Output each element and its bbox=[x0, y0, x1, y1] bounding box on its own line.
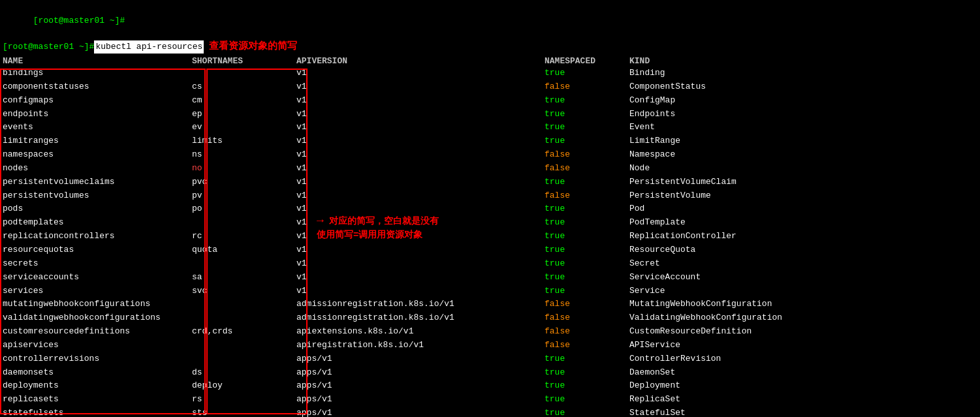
cell-short: ev bbox=[192, 121, 296, 134]
cell-ns: true bbox=[545, 353, 629, 365]
table-row: replicationcontrollers rc v1 true Replic… bbox=[3, 230, 977, 243]
cell-ns: true bbox=[545, 271, 629, 284]
cell-api: admissionregistration.k8s.io/v1 bbox=[296, 312, 545, 324]
arrow-text: 对应的简写，空白就是没有使用简写=调用用资源对象 bbox=[317, 216, 439, 240]
cell-kind: Namespace bbox=[629, 149, 977, 161]
table-row: resourcequotas quota v1 true ResourceQuo… bbox=[3, 243, 977, 257]
cell-name: customresourcedefinitions bbox=[3, 326, 192, 338]
cell-ns: true bbox=[545, 380, 629, 392]
table-row: limitranges limits v1 true LimitRange bbox=[3, 134, 977, 148]
table-row: daemonsets ds apps/v1 true DaemonSet bbox=[3, 366, 977, 380]
table-row: podtemplates v1 true PodTemplate bbox=[3, 216, 977, 230]
cell-kind: ControllerRevision bbox=[629, 353, 977, 365]
cell-api: v1 bbox=[296, 190, 545, 202]
cell-kind: PodTemplate bbox=[629, 217, 977, 229]
table-row: configmaps cm v1 true ConfigMap bbox=[3, 94, 977, 108]
cell-kind: ServiceAccount bbox=[629, 271, 977, 284]
cell-api: v1 bbox=[296, 121, 545, 134]
cell-api: v1 bbox=[296, 81, 545, 93]
cell-api: apps/v1 bbox=[296, 367, 545, 379]
cell-ns: false bbox=[545, 162, 629, 175]
table-row: persistentvolumes pv v1 false Persistent… bbox=[3, 189, 977, 203]
cell-api: v1 bbox=[296, 135, 545, 147]
cell-kind: Deployment bbox=[629, 380, 977, 392]
cell-name: nodes bbox=[3, 162, 192, 175]
shortnames-annotation: → 对应的简写，空白就是没有使用简写=调用用资源对象 bbox=[313, 211, 464, 244]
table-row: events ev v1 true Event bbox=[3, 121, 977, 134]
table-row: namespaces ns v1 false Namespace bbox=[3, 148, 977, 162]
cell-kind: ReplicaSet bbox=[629, 394, 977, 406]
cell-short: sa bbox=[192, 271, 296, 284]
cell-api: v1 bbox=[296, 149, 545, 161]
cell-ns: true bbox=[545, 217, 629, 229]
table-row: statefulsets sts apps/v1 true StatefulSe… bbox=[3, 407, 977, 417]
cell-kind: ConfigMap bbox=[629, 95, 977, 107]
cell-kind: PersistentVolume bbox=[629, 190, 977, 202]
cell-ns: false bbox=[545, 339, 629, 352]
cell-kind: APIService bbox=[629, 339, 977, 352]
table-row: persistentvolumeclaims pvc v1 true Persi… bbox=[3, 176, 977, 189]
cell-api: v1 bbox=[296, 95, 545, 107]
cell-api: apiregistration.k8s.io/v1 bbox=[296, 339, 545, 352]
cell-kind: DaemonSet bbox=[629, 367, 977, 379]
table-row: pods po v1 true Pod bbox=[3, 202, 977, 216]
table-header: NAME SHORTNAMES APIVERSION NAMESPACED KI… bbox=[3, 55, 977, 67]
table-row: customresourcedefinitions crd,crds apiex… bbox=[3, 325, 977, 339]
cell-name: pods bbox=[3, 203, 192, 215]
table-row: serviceaccounts sa v1 true ServiceAccoun… bbox=[3, 271, 977, 285]
cell-short bbox=[192, 258, 296, 270]
cell-name: statefulsets bbox=[3, 407, 192, 417]
cell-name: events bbox=[3, 121, 192, 134]
cell-api: apps/v1 bbox=[296, 353, 545, 365]
cell-api: v1 bbox=[296, 108, 545, 121]
cell-short: cm bbox=[192, 95, 296, 107]
cell-name: secrets bbox=[3, 258, 192, 270]
cell-kind: ComponentStatus bbox=[629, 81, 977, 93]
cell-name: mutatingwebhookconfigurations bbox=[3, 298, 192, 311]
prompt-1: [root@master01 ~]# bbox=[33, 16, 125, 25]
cell-ns: true bbox=[545, 203, 629, 215]
cell-ns: false bbox=[545, 298, 629, 311]
cell-kind: Service bbox=[629, 285, 977, 298]
cell-short: svc bbox=[192, 285, 296, 298]
cell-kind: PersistentVolumeClaim bbox=[629, 176, 977, 189]
cell-name: endpoints bbox=[3, 108, 192, 121]
cell-name: controllerrevisions bbox=[3, 353, 192, 365]
cell-kind: Binding bbox=[629, 67, 977, 80]
cell-ns: true bbox=[545, 407, 629, 417]
cell-api: v1 bbox=[296, 271, 545, 284]
cell-ns: true bbox=[545, 121, 629, 134]
cell-api: apps/v1 bbox=[296, 380, 545, 392]
cell-api: admissionregistration.k8s.io/v1 bbox=[296, 298, 545, 311]
cell-ns: true bbox=[545, 244, 629, 256]
api-resources-table: NAME SHORTNAMES APIVERSION NAMESPACED KI… bbox=[0, 55, 980, 417]
cell-name: componentstatuses bbox=[3, 81, 192, 93]
table-row: apiservices apiregistration.k8s.io/v1 fa… bbox=[3, 339, 977, 352]
terminal-window: [root@master01 ~]# [root@master01 ~]# ku… bbox=[0, 0, 980, 417]
cell-short: deploy bbox=[192, 380, 296, 392]
cell-api: apiextensions.k8s.io/v1 bbox=[296, 326, 545, 338]
table-row: bindings v1 true Binding bbox=[3, 67, 977, 80]
cell-name: configmaps bbox=[3, 95, 192, 107]
cell-kind: ReplicationController bbox=[629, 230, 977, 243]
cell-api: v1 bbox=[296, 285, 545, 298]
cell-name: limitranges bbox=[3, 135, 192, 147]
cell-short: limits bbox=[192, 135, 296, 147]
cell-ns: true bbox=[545, 258, 629, 270]
cell-name: daemonsets bbox=[3, 367, 192, 379]
cell-ns: true bbox=[545, 176, 629, 189]
cell-short: rc bbox=[192, 230, 296, 243]
table-row: validatingwebhookconfigurations admissio… bbox=[3, 311, 977, 325]
cell-name: podtemplates bbox=[3, 217, 192, 229]
cell-api: v1 bbox=[296, 176, 545, 189]
cell-short: ds bbox=[192, 367, 296, 379]
table-row: controllerrevisions apps/v1 true Control… bbox=[3, 352, 977, 366]
header-namespaced: NAMESPACED bbox=[545, 56, 629, 66]
table-row: secrets v1 true Secret bbox=[3, 257, 977, 271]
header-shortnames: SHORTNAMES bbox=[192, 56, 296, 66]
cell-name: serviceaccounts bbox=[3, 271, 192, 284]
cell-api: v1 bbox=[296, 244, 545, 256]
header-apiversion: APIVERSION bbox=[296, 56, 545, 66]
cell-ns: false bbox=[545, 149, 629, 161]
cell-name: deployments bbox=[3, 380, 192, 392]
